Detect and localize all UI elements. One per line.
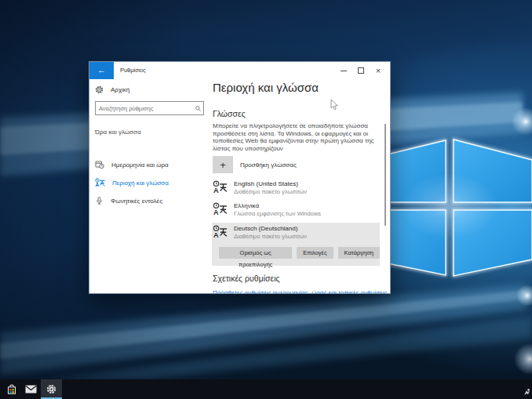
language-status: Γλώσσα εμφάνισης των Windows xyxy=(234,210,321,217)
search-icon xyxy=(192,105,203,112)
sidebar: Αρχική Ώρα και γλώσσα xyxy=(89,79,206,294)
back-button[interactable]: ← xyxy=(89,62,114,79)
sidebar-item-speech[interactable]: Φωνητικές εντολές xyxy=(89,194,206,208)
related-settings-heading: Σχετικές ρυθμίσεις xyxy=(213,274,280,283)
sidebar-item-label: Φωνητικές εντολές xyxy=(111,198,162,205)
search-input[interactable] xyxy=(96,105,192,112)
gear-icon xyxy=(95,85,104,94)
window-title: Ρυθμίσεις xyxy=(120,62,146,79)
sidebar-item-label: Ημερομηνία και ώρα xyxy=(111,161,169,169)
mail-icon xyxy=(25,385,37,394)
languages-heading: Γλώσσες xyxy=(213,109,246,118)
language-row-german-info: A Deutsch (Deutschland) Διαθέσιμο πακέτο… xyxy=(213,225,307,240)
settings-window: ← Ρυθμίσεις × Αρχική xyxy=(89,61,391,294)
page-title: Περιοχή και γλώσσα xyxy=(213,81,319,94)
search-box[interactable] xyxy=(95,101,204,115)
scrollbar[interactable] xyxy=(384,124,386,226)
options-button[interactable]: Επιλογές xyxy=(297,247,333,259)
language-row-english[interactable]: A English (United States) Διαθέσιμο πακέ… xyxy=(212,178,380,198)
back-arrow-icon: ← xyxy=(97,65,106,74)
plus-icon: + xyxy=(213,156,233,173)
sidebar-group-label: Ώρα και γλώσσα xyxy=(95,129,141,136)
mouse-cursor xyxy=(330,99,340,111)
sidebar-item-date-time[interactable]: Ημερομηνία και ώρα xyxy=(89,158,206,172)
minimize-icon xyxy=(341,71,347,71)
language-icon: A xyxy=(95,178,105,187)
settings-main-pane: Περιοχή και γλώσσα Γλώσσες Μπορείτε να π… xyxy=(206,79,391,294)
svg-text:A: A xyxy=(213,209,219,216)
calendar-clock-icon xyxy=(95,160,104,169)
set-as-default-button[interactable]: Ορισμός ως προεπιλογής xyxy=(219,247,292,259)
taskbar xyxy=(0,379,532,399)
add-language-button[interactable]: + Προσθήκη γλώσσας xyxy=(213,156,297,173)
close-button[interactable]: × xyxy=(370,62,387,79)
language-row-german-selected[interactable]: A Deutsch (Deutschland) Διαθέσιμο πακέτο… xyxy=(212,223,380,266)
close-icon: × xyxy=(376,66,381,75)
svg-text:A: A xyxy=(213,231,219,238)
language-status: Διαθέσιμο πακέτο γλωσσών xyxy=(234,233,307,240)
language-name: English (United States) xyxy=(234,180,307,188)
language-name: Ελληνικά xyxy=(234,202,321,210)
add-language-label: Προσθήκη γλώσσας xyxy=(240,161,297,169)
sidebar-item-label: Περιοχή και γλώσσα xyxy=(112,180,169,187)
sidebar-item-region-language[interactable]: A Περιοχή και γλώσσα xyxy=(89,176,206,190)
svg-text:A: A xyxy=(96,182,100,187)
remove-button[interactable]: Κατάργηση xyxy=(338,247,380,259)
additional-settings-link[interactable]: Πρόσθετες ρυθμίσεις ημερομηνίας, ώρας κα… xyxy=(213,289,387,294)
language-status: Διαθέσιμο πακέτο γλωσσών xyxy=(234,188,307,195)
settings-taskbar-button-active[interactable] xyxy=(41,379,62,399)
store-icon xyxy=(6,383,17,395)
language-actions: Ορισμός ως προεπιλογής Επιλογές Κατάργησ… xyxy=(219,247,380,259)
store-taskbar-button[interactable] xyxy=(2,379,21,399)
desktop: ← Ρυθμίσεις × Αρχική xyxy=(0,0,532,399)
mail-taskbar-button[interactable] xyxy=(21,379,41,399)
language-name: Deutsch (Deutschland) xyxy=(234,225,307,233)
microphone-icon xyxy=(95,196,104,205)
languages-description: Μπορείτε να πληκτρολογήσετε σε οποιαδήπο… xyxy=(213,122,380,152)
minimize-button[interactable] xyxy=(335,62,352,79)
window-controls: × xyxy=(335,62,387,79)
tray-status-icon[interactable] xyxy=(523,387,530,397)
language-icon: A xyxy=(213,225,228,238)
language-icon: A xyxy=(213,180,228,194)
titlebar: ← Ρυθμίσεις × xyxy=(89,62,390,79)
svg-text:A: A xyxy=(213,187,219,194)
maximize-icon xyxy=(358,67,364,74)
language-row-greek[interactable]: A Ελληνικά Γλώσσα εμφάνισης των Windows xyxy=(212,200,380,220)
gear-icon xyxy=(46,384,56,394)
sidebar-home-label: Αρχική xyxy=(111,86,129,93)
language-icon: A xyxy=(213,202,228,216)
sidebar-item-home[interactable]: Αρχική xyxy=(95,85,129,94)
maximize-button[interactable] xyxy=(352,62,370,79)
